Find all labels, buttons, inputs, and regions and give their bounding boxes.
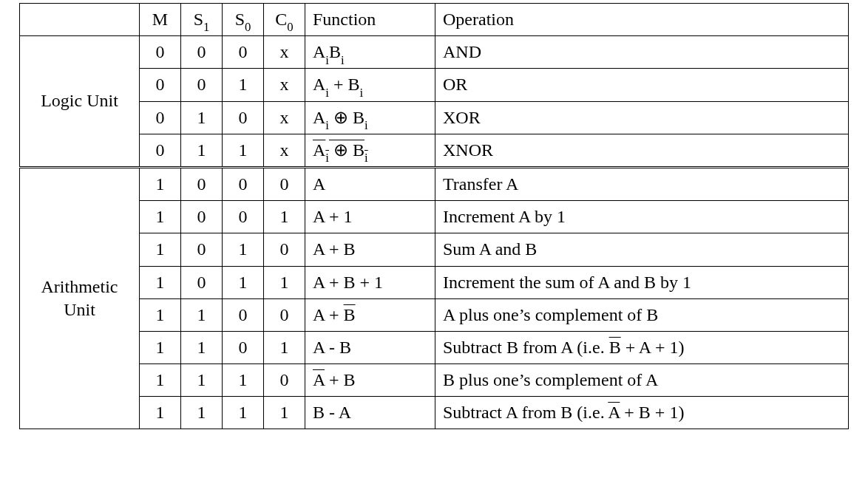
header-function: Function: [305, 4, 435, 36]
cell-m: 0: [140, 69, 181, 101]
cell-s1: 0: [181, 233, 223, 266]
header-s0: S0: [223, 4, 264, 36]
header-c0-sub: 0: [287, 20, 293, 34]
cell-s0: 1: [223, 69, 264, 101]
cell-operation: B plus one’s complement of A: [435, 364, 849, 397]
table-row: 1 1 0 1 A - B Subtract B from A (i.e. B …: [20, 331, 849, 363]
cell-c0: 1: [264, 201, 305, 233]
cell-c0: 1: [264, 331, 305, 363]
cell-s1: 1: [181, 134, 223, 167]
cell-s0: 0: [223, 201, 264, 233]
cell-s0: 1: [223, 134, 264, 167]
cell-s0: 0: [223, 36, 264, 69]
cell-s0: 1: [223, 233, 264, 266]
cell-s1: 0: [181, 266, 223, 298]
cell-c0: 0: [264, 233, 305, 266]
cell-c0: 0: [264, 364, 305, 397]
table-row: 1 1 1 1 B - A Subtract A from B (i.e. A …: [20, 397, 849, 429]
table-row: 1 1 0 0 A + B A plus one’s complement of…: [20, 298, 849, 331]
cell-c0: x: [264, 134, 305, 167]
overline: B: [609, 338, 621, 357]
alu-function-table: M S1 S0 C0 Function Operation Logic Unit…: [19, 3, 849, 429]
cell-m: 1: [140, 397, 181, 429]
cell-c0: 1: [264, 266, 305, 298]
table-row: 1 0 1 1 A + B + 1 Increment the sum of A…: [20, 266, 849, 298]
cell-m: 1: [140, 364, 181, 397]
cell-function: Ai ⊕ Bi: [305, 101, 435, 134]
group-label-arithmetic: ArithmeticUnit: [20, 167, 140, 429]
cell-operation: A plus one’s complement of B: [435, 298, 849, 331]
cell-s1: 0: [181, 36, 223, 69]
cell-function: AiBi: [305, 36, 435, 69]
cell-operation: Subtract B from A (i.e. B + A + 1): [435, 331, 849, 363]
cell-s1: 1: [181, 331, 223, 363]
header-s0-sub: 0: [245, 20, 251, 34]
cell-s0: 1: [223, 266, 264, 298]
cell-m: 1: [140, 266, 181, 298]
table-row: 0 0 1 x Ai + Bi OR: [20, 69, 849, 101]
table-row: Logic Unit 0 0 0 x AiBi AND: [20, 36, 849, 69]
cell-s1: 0: [181, 201, 223, 233]
table-row: 1 0 1 0 A + B Sum A and B: [20, 233, 849, 266]
cell-operation: Increment A by 1: [435, 201, 849, 233]
cell-c0: x: [264, 69, 305, 101]
header-c0-base: C: [275, 10, 287, 29]
cell-m: 0: [140, 134, 181, 167]
group-label-logic: Logic Unit: [20, 36, 140, 168]
cell-c0: 1: [264, 397, 305, 429]
table-row: 1 1 1 0 A + B B plus one’s complement of…: [20, 364, 849, 397]
cell-s1: 1: [181, 298, 223, 331]
cell-s1: 1: [181, 397, 223, 429]
cell-s0: 0: [223, 331, 264, 363]
cell-s1: 1: [181, 364, 223, 397]
cell-function: A + 1: [305, 201, 435, 233]
header-s0-base: S: [235, 10, 245, 29]
cell-operation: XOR: [435, 101, 849, 134]
cell-m: 0: [140, 101, 181, 134]
header-c0: C0: [264, 4, 305, 36]
cell-m: 1: [140, 201, 181, 233]
header-s1: S1: [181, 4, 223, 36]
cell-function: A + B + 1: [305, 266, 435, 298]
page: M S1 S0 C0 Function Operation Logic Unit…: [0, 0, 868, 495]
cell-function: A - B: [305, 331, 435, 363]
table-row: 0 1 0 x Ai ⊕ Bi XOR: [20, 101, 849, 134]
cell-s0: 1: [223, 364, 264, 397]
cell-s1: 0: [181, 167, 223, 200]
cell-operation: Sum A and B: [435, 233, 849, 266]
table-row: 0 1 1 x Ai ⊕ Bi XNOR: [20, 134, 849, 167]
header-s1-sub: 1: [203, 20, 209, 34]
cell-m: 1: [140, 233, 181, 266]
overline: B: [344, 305, 356, 324]
overline: A: [608, 403, 620, 422]
cell-operation: Transfer A: [435, 167, 849, 200]
cell-function: Ai + Bi: [305, 69, 435, 101]
cell-s0: 1: [223, 397, 264, 429]
cell-s0: 0: [223, 101, 264, 134]
cell-s0: 0: [223, 298, 264, 331]
cell-operation: AND: [435, 36, 849, 69]
cell-c0: 0: [264, 167, 305, 200]
cell-function: A + B: [305, 364, 435, 397]
cell-m: 1: [140, 331, 181, 363]
table-row: 1 0 0 1 A + 1 Increment A by 1: [20, 201, 849, 233]
overline: Ai ⊕ Bi: [313, 140, 368, 160]
cell-operation: OR: [435, 69, 849, 101]
table-row: ArithmeticUnit 1 0 0 0 A Transfer A: [20, 167, 849, 200]
cell-operation: Subtract A from B (i.e. A + B + 1): [435, 397, 849, 429]
cell-function: A + B: [305, 233, 435, 266]
cell-c0: x: [264, 36, 305, 69]
cell-function: A: [305, 167, 435, 200]
cell-s1: 0: [181, 69, 223, 101]
cell-m: 1: [140, 298, 181, 331]
cell-operation: XNOR: [435, 134, 849, 167]
header-operation: Operation: [435, 4, 849, 36]
header-s1-base: S: [194, 10, 203, 29]
cell-function: A + B: [305, 298, 435, 331]
header-m: M: [140, 4, 181, 36]
cell-s0: 0: [223, 167, 264, 200]
cell-operation: Increment the sum of A and B by 1: [435, 266, 849, 298]
cell-c0: 0: [264, 298, 305, 331]
cell-s1: 1: [181, 101, 223, 134]
cell-m: 1: [140, 167, 181, 200]
